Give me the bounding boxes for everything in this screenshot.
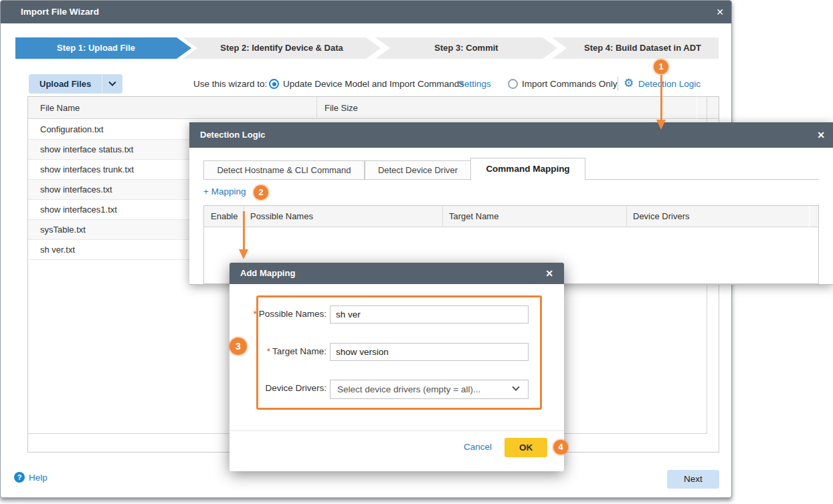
annotation-badge-4: 4 bbox=[553, 440, 568, 455]
column-divider bbox=[626, 206, 627, 227]
add-mapping-title: Add Mapping bbox=[240, 268, 295, 278]
add-mapping-link[interactable]: + Mapping bbox=[203, 186, 246, 197]
ok-button[interactable]: OK bbox=[504, 438, 547, 457]
add-mapping-dialog: Add Mapping ✕ *Possible Names: *Target N… bbox=[229, 263, 564, 471]
annotation-arrow-2 bbox=[243, 211, 245, 250]
detection-logic-title-bar: Detection Logic ✕ bbox=[189, 122, 833, 148]
annotation-arrow-1-head bbox=[656, 120, 666, 130]
settings-link[interactable]: Settings bbox=[458, 74, 491, 94]
column-header-possible-names: Possible Names bbox=[244, 206, 313, 227]
wizard-title-bar: Import File Wizard ✕ bbox=[1, 1, 731, 23]
column-header-target-name: Target Name bbox=[442, 206, 498, 227]
column-divider bbox=[442, 206, 443, 227]
step-4-build-dataset-adt[interactable]: Step 4: Build Dataset in ADT bbox=[552, 37, 719, 59]
upload-files-label: Upload Files bbox=[29, 79, 102, 89]
add-mapping-title-bar: Add Mapping ✕ bbox=[229, 263, 564, 284]
column-header-file-name: File Name bbox=[40, 97, 80, 119]
wizard-close-icon[interactable]: ✕ bbox=[711, 3, 729, 21]
column-divider bbox=[697, 97, 697, 119]
help-icon: ? bbox=[14, 472, 25, 483]
required-asterisk: * bbox=[267, 346, 270, 356]
step-3-commit[interactable]: Step 3: Commit bbox=[375, 37, 557, 59]
next-button[interactable]: Next bbox=[667, 470, 719, 489]
possible-names-input[interactable] bbox=[330, 305, 529, 324]
tab-command-mapping[interactable]: Command Mapping bbox=[470, 158, 585, 180]
radio-import-commands-only-label: Import Commands Only bbox=[522, 74, 618, 94]
column-divider bbox=[809, 206, 810, 227]
gear-icon[interactable]: ⚙ bbox=[624, 74, 634, 94]
radio-update-device-model[interactable] bbox=[269, 79, 279, 89]
annotation-arrow-1 bbox=[660, 75, 662, 120]
tab-detect-hostname-cli-command[interactable]: Detect Hostname & CLI Command bbox=[203, 160, 365, 180]
annotation-arrow-2-head bbox=[239, 249, 248, 259]
detection-logic-title: Detection Logic bbox=[200, 130, 266, 140]
device-drivers-select[interactable]: Select device drivers (empty = all)... bbox=[330, 380, 529, 399]
column-header-device-drivers: Device Drivers bbox=[626, 206, 690, 227]
help-link[interactable]: ? Help bbox=[14, 472, 48, 483]
required-asterisk: * bbox=[253, 309, 256, 319]
detection-logic-dialog: Detection Logic ✕ Detect Hostname & CLI … bbox=[189, 122, 833, 285]
annotation-badge-1: 1 bbox=[654, 59, 668, 74]
radio-import-commands-only[interactable] bbox=[508, 79, 518, 89]
detection-logic-close-icon[interactable]: ✕ bbox=[813, 127, 829, 143]
chevron-down-icon bbox=[109, 78, 116, 86]
possible-names-label: *Possible Names: bbox=[229, 305, 327, 324]
tab-detect-device-driver[interactable]: Detect Device Driver bbox=[365, 160, 471, 180]
cancel-link[interactable]: Cancel bbox=[464, 438, 492, 457]
wizard-steps-bar: Step 1: Upload File Step 2: Identify Dev… bbox=[15, 37, 719, 59]
column-divider bbox=[316, 97, 317, 119]
upload-dropdown-toggle[interactable] bbox=[102, 74, 122, 94]
dialog-footer-divider bbox=[229, 430, 564, 431]
column-header-file-size: File Size bbox=[325, 97, 358, 119]
detection-logic-link[interactable]: Detection Logic bbox=[638, 74, 701, 94]
command-mapping-table-header: Enable Possible Names Target Name Device… bbox=[204, 206, 818, 227]
wizard-title: Import File Wizard bbox=[21, 7, 99, 17]
column-header-enable: Enable bbox=[204, 206, 238, 227]
chevron-down-icon bbox=[512, 384, 519, 391]
step-1-upload-file[interactable]: Step 1: Upload File bbox=[15, 37, 191, 59]
target-name-input[interactable] bbox=[330, 343, 529, 361]
device-drivers-placeholder: Select device drivers (empty = all)... bbox=[337, 384, 480, 394]
add-mapping-close-icon[interactable]: ✕ bbox=[541, 265, 557, 281]
toolbar-divider bbox=[618, 77, 618, 91]
radio-selected-dot bbox=[272, 82, 276, 86]
annotation-badge-3: 3 bbox=[229, 338, 247, 355]
device-drivers-label: Device Drivers: bbox=[229, 379, 327, 398]
step-2-identify-device-data[interactable]: Step 2: Identify Device & Data bbox=[183, 37, 381, 59]
wizard-mode-label: Use this wizard to: bbox=[193, 74, 267, 94]
upload-files-button[interactable]: Upload Files bbox=[29, 74, 122, 94]
help-label: Help bbox=[29, 473, 48, 483]
file-table-header: File Name File Size bbox=[28, 97, 719, 119]
radio-update-device-model-label: Update Device Model and Import Commands bbox=[283, 74, 464, 94]
annotation-badge-2: 2 bbox=[254, 185, 268, 200]
